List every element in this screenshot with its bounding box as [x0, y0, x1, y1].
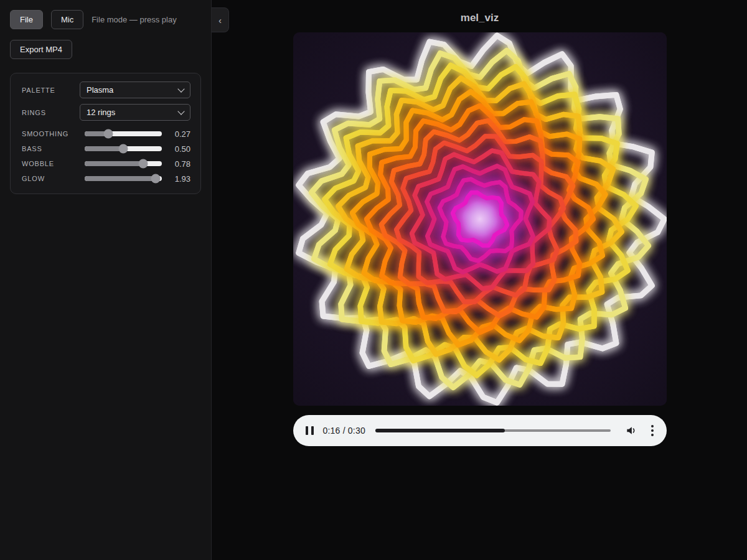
glow-value: 1.93: [162, 174, 190, 184]
file-source-button[interactable]: File: [10, 10, 43, 29]
palette-row: PALETTE Plasma: [22, 82, 190, 98]
sidebar: File Mic File mode — press play Export M…: [0, 0, 212, 560]
wobble-slider-fill: [85, 161, 143, 166]
time-separator: /: [341, 426, 348, 436]
smoothing-value: 0.27: [162, 129, 190, 139]
bass-value: 0.50: [162, 144, 190, 154]
smoothing-slider-thumb[interactable]: [104, 129, 113, 139]
glow-label: GLOW: [22, 175, 85, 182]
slider-row-bass: BASS0.50: [22, 141, 190, 156]
duration: 0:30: [348, 426, 365, 436]
visualizer-canvas: [293, 32, 667, 406]
glow-slider-fill: [85, 176, 156, 181]
time-display: 0:16 / 0:30: [323, 426, 365, 436]
pause-icon: [306, 426, 308, 435]
smoothing-label: SMOOTHING: [22, 130, 85, 138]
pause-icon: [311, 426, 314, 435]
kebab-icon: [651, 434, 654, 436]
audio-player: 0:16 / 0:30: [293, 415, 667, 446]
glow-slider[interactable]: [85, 176, 162, 181]
palette-label: PALETTE: [22, 86, 80, 94]
progress-played: [375, 429, 505, 432]
wobble-label: WOBBLE: [22, 160, 85, 167]
overflow-menu-button[interactable]: [651, 425, 654, 436]
volume-button[interactable]: [625, 424, 637, 437]
pause-button[interactable]: [306, 426, 314, 435]
stage: mel_viz 0:16 / 0:30: [293, 0, 667, 446]
source-row: File Mic File mode — press play: [10, 10, 201, 29]
glow-slider-thumb[interactable]: [151, 174, 161, 184]
current-time: 0:16: [323, 426, 341, 436]
kebab-icon: [651, 425, 654, 427]
visualizer-frame: [293, 32, 667, 406]
palette-select-wrap: Plasma: [80, 82, 190, 98]
slider-rows: SMOOTHING0.27BASS0.50WOBBLE0.78GLOW1.93: [22, 126, 190, 186]
export-mp4-button[interactable]: Export MP4: [10, 40, 72, 59]
wobble-slider[interactable]: [85, 161, 162, 166]
controls-panel: PALETTE Plasma RINGS 12 rings SMOOTHING0…: [10, 73, 201, 194]
slider-row-smoothing: SMOOTHING0.27: [22, 126, 190, 141]
slider-row-wobble: WOBBLE0.78: [22, 156, 190, 171]
rings-select[interactable]: 12 rings: [80, 104, 190, 121]
wobble-slider-thumb[interactable]: [139, 159, 148, 169]
rings-label: RINGS: [22, 109, 80, 116]
speaker-icon: [625, 424, 637, 437]
wobble-value: 0.78: [162, 159, 190, 169]
rings-select-wrap: 12 rings: [80, 104, 190, 121]
palette-select[interactable]: Plasma: [80, 82, 190, 98]
kebab-icon: [651, 429, 654, 432]
bass-slider-fill: [85, 146, 123, 151]
mode-hint: File mode — press play: [92, 15, 177, 24]
page-title: mel_viz: [293, 12, 667, 24]
mic-source-button[interactable]: Mic: [51, 10, 83, 29]
export-row: Export MP4: [10, 40, 201, 59]
slider-row-glow: GLOW1.93: [22, 171, 190, 186]
smoothing-slider[interactable]: [85, 131, 162, 136]
bass-label: BASS: [22, 145, 85, 152]
seek-bar[interactable]: [375, 425, 611, 436]
bass-slider[interactable]: [85, 146, 162, 151]
main-area: mel_viz 0:16 / 0:30: [212, 0, 747, 560]
bass-slider-thumb[interactable]: [119, 144, 128, 154]
rings-row: RINGS 12 rings: [22, 104, 190, 121]
